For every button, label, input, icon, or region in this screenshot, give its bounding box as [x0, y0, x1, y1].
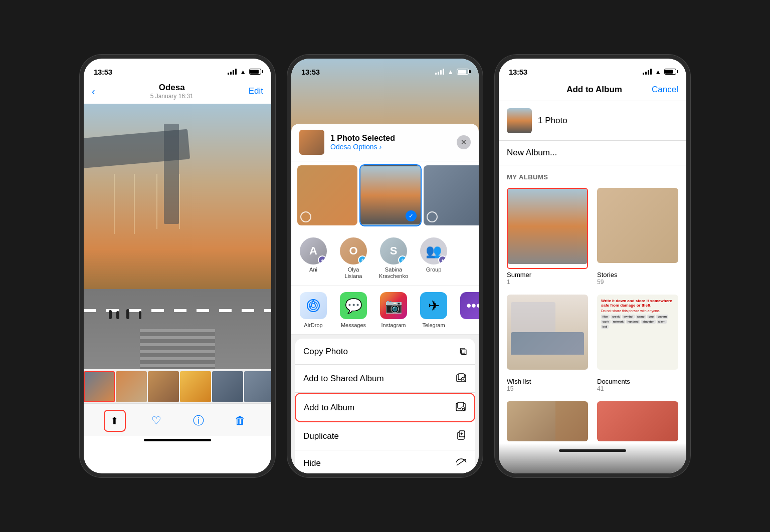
- delete-button[interactable]: 🗑: [229, 410, 251, 432]
- album-cell-wishlist[interactable]: Wish list 15: [503, 291, 592, 396]
- share-thumbnail: [299, 130, 324, 155]
- contact-name-group: Group: [426, 267, 442, 273]
- heart-button[interactable]: ♡: [145, 410, 167, 432]
- duplicate-action[interactable]: Duplicate: [295, 422, 475, 450]
- app-more[interactable]: •••: [458, 292, 479, 328]
- add-album-icon: [455, 401, 466, 414]
- thumbnail-3[interactable]: [148, 371, 179, 402]
- thumbnail-strip: [84, 369, 271, 403]
- nav-bar-1: ‹ Odesa 5 January 16:31 Edit: [84, 81, 271, 104]
- copy-photo-icon: ⧉: [460, 346, 467, 357]
- thumbnail-5[interactable]: [212, 371, 243, 402]
- back-button[interactable]: ‹: [92, 86, 95, 97]
- share-selection-title: 1 Photo Selected: [330, 134, 451, 143]
- phone-2-share-sheet: 13:53 ▲: [287, 55, 483, 477]
- signal-icon-1: [228, 69, 237, 75]
- contact-olya[interactable]: O ✈ OlyaLisiana: [337, 237, 369, 280]
- hide-icon: [456, 457, 467, 469]
- contact-row: A ● Ani O ✈: [291, 231, 479, 286]
- strip-photo-1[interactable]: [297, 165, 357, 225]
- contact-ani[interactable]: A ● Ani: [297, 237, 329, 280]
- status-icons-2: ▲: [435, 68, 469, 76]
- stories-album-name: Stories: [597, 271, 678, 279]
- app-row: AirDrop 💬 Messages 📷 Instagram: [291, 286, 479, 335]
- add-album-label: Add to Album: [304, 403, 354, 413]
- main-photo[interactable]: [84, 104, 271, 369]
- hide-action[interactable]: Hide: [295, 450, 475, 473]
- share-button[interactable]: ⬆: [104, 410, 126, 432]
- airdrop-icon: [300, 292, 327, 319]
- info-button[interactable]: ⓘ: [187, 410, 210, 432]
- status-icons-3: ▲: [643, 68, 676, 76]
- share-album-link[interactable]: Odesa Options ›: [330, 143, 451, 151]
- album-cell-documents[interactable]: Write it down and store it somewhere saf…: [593, 291, 682, 396]
- new-album-row[interactable]: New Album...: [499, 141, 686, 165]
- add-album-action[interactable]: Add to Album: [295, 393, 475, 422]
- add-shared-album-label: Add to Shared Album: [303, 374, 384, 384]
- album-name: Odesa: [150, 83, 194, 93]
- viber-badge-group: ●: [438, 255, 447, 264]
- selected-photo-thumb: [507, 108, 532, 133]
- strip-photo-2[interactable]: ✓: [360, 165, 421, 225]
- messages-label: Messages: [341, 322, 366, 328]
- app-airdrop[interactable]: AirDrop: [297, 292, 329, 328]
- share-photo-strip: ✓: [291, 161, 479, 231]
- add-shared-album-action[interactable]: Add to Shared Album +: [295, 365, 475, 393]
- thumbnail-2[interactable]: [116, 371, 147, 402]
- cancel-button[interactable]: Cancel: [652, 85, 678, 95]
- status-icons-1: ▲: [228, 68, 261, 76]
- messages-icon: 💬: [340, 292, 367, 319]
- share-header: 1 Photo Selected Odesa Options › ✕: [291, 124, 479, 161]
- more-icon: •••: [460, 292, 479, 319]
- airdrop-label: AirDrop: [304, 322, 322, 328]
- app-telegram[interactable]: ✈ Telegram: [418, 292, 450, 328]
- album-cell-stories[interactable]: Stories 59: [593, 184, 682, 290]
- album-cell-extra2[interactable]: [593, 397, 682, 445]
- thumbnail-1[interactable]: [84, 371, 115, 402]
- share-close-button[interactable]: ✕: [457, 135, 471, 149]
- copy-photo-label: Copy Photo: [303, 347, 348, 357]
- thumbnail-6[interactable]: [244, 371, 271, 402]
- album-thumb-wishlist: [507, 295, 588, 376]
- status-bar-1: 13:53 ▲: [84, 59, 271, 81]
- duplicate-icon: [456, 429, 467, 443]
- app-instagram[interactable]: 📷 Instagram: [377, 292, 410, 328]
- add-album-nav: Add to Album Cancel: [499, 81, 686, 101]
- album-cell-extra1[interactable]: [503, 397, 592, 445]
- status-time-2: 13:53: [301, 68, 320, 76]
- share-header-info: 1 Photo Selected Odesa Options ›: [330, 134, 451, 151]
- battery-icon-3: [664, 69, 676, 75]
- telegram-badge-olya: ✈: [358, 255, 367, 264]
- telegram-label: Telegram: [422, 322, 445, 328]
- svg-point-1: [309, 302, 317, 310]
- contact-name-ani: Ani: [309, 267, 317, 273]
- wifi-icon-2: ▲: [447, 68, 454, 76]
- edit-button[interactable]: Edit: [249, 86, 263, 96]
- wifi-icon-3: ▲: [655, 68, 661, 76]
- album-cell-summer[interactable]: Summer 1: [503, 184, 592, 290]
- strip-photo-3[interactable]: [424, 165, 479, 225]
- summer-album-count: 1: [507, 279, 588, 286]
- documents-album-count: 41: [597, 385, 678, 392]
- signal-icon-2: [435, 69, 444, 75]
- share-sheet-panel: 1 Photo Selected Odesa Options › ✕ ✓: [291, 124, 479, 473]
- contact-sabina[interactable]: S ✈ SabinaKravchenko: [377, 237, 410, 280]
- bottom-toolbar: ⬆ ♡ ⓘ 🗑: [84, 403, 271, 436]
- thumbnail-4[interactable]: [180, 371, 211, 402]
- phone-3-add-album: 13:53 ▲ Add to Album: [495, 55, 690, 477]
- contact-avatar-sabina: S ✈: [380, 237, 407, 264]
- photo-selected-check: ✓: [406, 210, 417, 221]
- photo-date: 5 January 16:31: [150, 93, 194, 100]
- copy-photo-action[interactable]: Copy Photo ⧉: [295, 339, 475, 365]
- stories-album-count: 59: [597, 279, 678, 286]
- contact-avatar-olya: O ✈: [340, 237, 367, 264]
- contact-avatar-group: 👥 ●: [420, 237, 447, 264]
- album-thumb-stories: [597, 188, 678, 269]
- album-thumb-documents: Write it down and store it somewhere saf…: [597, 295, 678, 376]
- home-indicator-1: [144, 439, 211, 441]
- app-messages[interactable]: 💬 Messages: [337, 292, 369, 328]
- telegram-badge-sabina: ✈: [398, 255, 407, 264]
- summer-album-name: Summer: [507, 271, 588, 279]
- selected-photo-count: 1 Photo: [538, 116, 567, 126]
- contact-group[interactable]: 👥 ● Group: [418, 237, 450, 280]
